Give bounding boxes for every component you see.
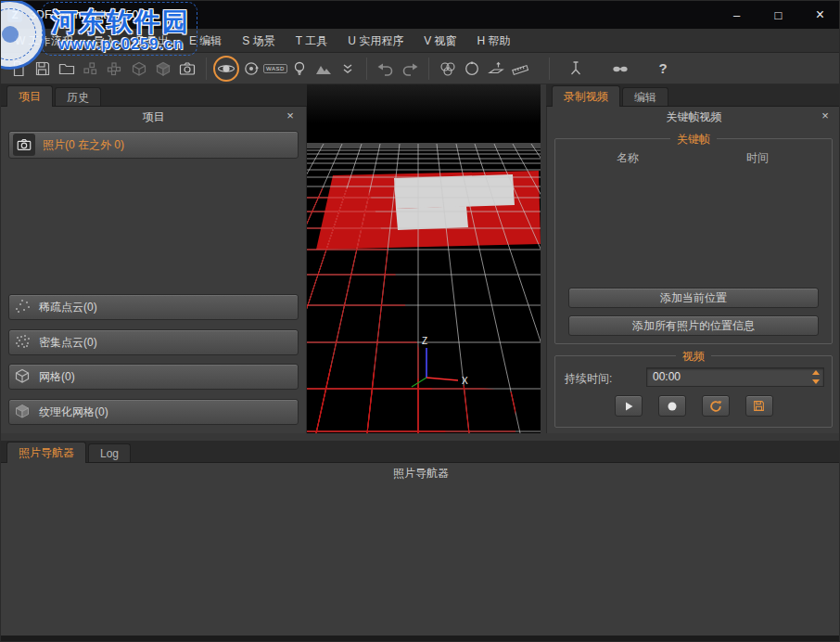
menu-view[interactable]: V 视窗 — [414, 29, 466, 53]
mesh-label: 网格(0) — [39, 369, 75, 385]
duration-spinner — [810, 370, 821, 384]
keyframes-col-time: 时间 — [746, 150, 769, 166]
terrain-icon[interactable] — [312, 57, 336, 81]
light-icon[interactable] — [287, 57, 312, 81]
menu-tools[interactable]: T 工具 — [286, 29, 337, 53]
menu-help[interactable]: H 帮助 — [467, 29, 521, 53]
textured-mesh-item[interactable]: 纹理化网格(0) — [8, 399, 299, 425]
tab-edit[interactable]: 编辑 — [622, 87, 668, 106]
keyframes-group: 关键帧 名称 时间 添加当前位置 添加所有照片的位置信息 — [554, 138, 833, 344]
keyframe-video-title: 关键帧视频 — [547, 109, 840, 125]
play-icon — [622, 400, 635, 413]
ring-select-icon[interactable] — [460, 57, 484, 81]
watermark-url: www.pc0259.cn — [58, 35, 184, 53]
project-panel-title: 项目 — [1, 109, 306, 125]
measure-icon[interactable] — [508, 57, 532, 81]
photo-navigator-panel: 照片导航器 — [1, 463, 840, 636]
toolbar-separator — [428, 58, 429, 80]
duration-value: 00:00 — [653, 370, 681, 383]
project-panel-close-icon[interactable]: × — [284, 109, 297, 122]
duration-input[interactable]: 00:00 — [646, 367, 824, 387]
help-glyph: ? — [658, 60, 667, 76]
tab-history[interactable]: 历史 — [55, 87, 101, 106]
tab-project[interactable]: 项目 — [6, 85, 53, 107]
dense-cloud-item[interactable]: 密集点云(0) — [8, 329, 299, 355]
keyframes-col-name: 名称 — [617, 150, 639, 166]
mask-icon[interactable] — [608, 57, 632, 81]
save-video-button[interactable] — [745, 395, 773, 417]
loop-icon — [708, 399, 723, 414]
sparse-cloud-item[interactable]: 稀疏点云(0) — [8, 294, 299, 320]
viewport-haze — [307, 84, 541, 140]
window-controls: – □ × — [716, 1, 840, 29]
plane-tool-icon[interactable] — [484, 57, 508, 81]
app-window: Z 3DF Zephyr Lite 4.500 – □ × W 工作流程 导入 … — [0, 0, 840, 642]
maximize-button[interactable]: □ — [757, 1, 799, 29]
tab-log[interactable]: Log — [88, 443, 131, 462]
textured-mesh-label: 纹理化网格(0) — [39, 404, 108, 420]
spinner-down-icon[interactable] — [812, 379, 820, 384]
keyframe-video-panel: 关键帧视频 × 关键帧 名称 时间 添加当前位置 添加所有照片的位置信息 视频 … — [546, 107, 840, 433]
bottom-panel-tabbar: 照片导航器 Log — [1, 441, 840, 463]
menu-utilities[interactable]: U 实用程序 — [337, 29, 414, 53]
photo-navigator-content[interactable] — [5, 485, 837, 632]
light-stand-icon[interactable] — [564, 57, 588, 81]
minimize-button[interactable]: – — [716, 1, 757, 29]
axis-x-label: X — [462, 376, 468, 386]
viewport-3d[interactable]: Z X — [307, 84, 541, 433]
play-button[interactable] — [615, 395, 643, 417]
keyframe-video-close-icon[interactable]: × — [819, 109, 832, 122]
photos-item-label: 照片(0 在之外 0) — [43, 137, 124, 153]
duration-label: 持续时间: — [565, 371, 612, 387]
more-tools-icon[interactable] — [336, 57, 360, 81]
project-panel: 项目 × 照片(0 在之外 0) 稀疏点云(0) 密集点云(0) 网格(0) — [1, 107, 307, 433]
add-all-photos-positions-button[interactable]: 添加所有照片的位置信息 — [568, 315, 819, 336]
watermark: 河东软件园 www.pc0259.cn — [1, 1, 279, 84]
save-video-icon — [752, 399, 766, 413]
photo-navigator-title: 照片导航器 — [1, 466, 840, 482]
mesh-item[interactable]: 网格(0) — [8, 364, 299, 390]
textured-mesh-icon — [13, 402, 32, 423]
sparse-cloud-icon — [13, 297, 32, 318]
spinner-up-icon[interactable] — [812, 370, 820, 375]
watermark-badge-icon — [0, 0, 45, 70]
sparse-cloud-label: 稀疏点云(0) — [39, 300, 97, 315]
wireframe-knot-icon[interactable] — [436, 57, 460, 81]
dense-cloud-icon — [13, 332, 32, 353]
redo-icon[interactable] — [398, 57, 422, 81]
help-icon[interactable]: ? — [651, 57, 675, 81]
loop-button[interactable] — [702, 395, 730, 417]
video-group-title: 视频 — [676, 349, 711, 365]
mesh-icon — [13, 366, 32, 388]
add-current-position-button[interactable]: 添加当前位置 — [568, 288, 819, 308]
toolbar-separator — [549, 58, 550, 80]
keyframes-list[interactable] — [565, 169, 824, 280]
toolbar-separator — [366, 58, 367, 80]
tab-photo-navigator[interactable]: 照片导航器 — [6, 442, 86, 463]
close-button[interactable]: × — [799, 1, 840, 29]
photos-item[interactable]: 照片(0 在之外 0) — [8, 131, 299, 159]
keyframes-group-title: 关键帧 — [670, 132, 717, 148]
right-panel-tabbar: 录制视频 编辑 — [546, 84, 840, 107]
video-buttons — [555, 395, 832, 417]
left-panel-tabbar: 项目 历史 — [1, 84, 307, 107]
record-icon — [666, 400, 679, 413]
undo-icon[interactable] — [374, 57, 398, 81]
video-group: 视频 持续时间: 00:00 — [554, 355, 833, 428]
record-button[interactable] — [658, 395, 686, 417]
axis-z-label: Z — [422, 336, 427, 346]
window-bottom-edge — [1, 636, 840, 642]
tab-record-video[interactable]: 录制视频 — [552, 85, 620, 107]
dense-cloud-label: 密集点云(0) — [39, 335, 97, 351]
photos-camera-icon — [13, 134, 35, 156]
